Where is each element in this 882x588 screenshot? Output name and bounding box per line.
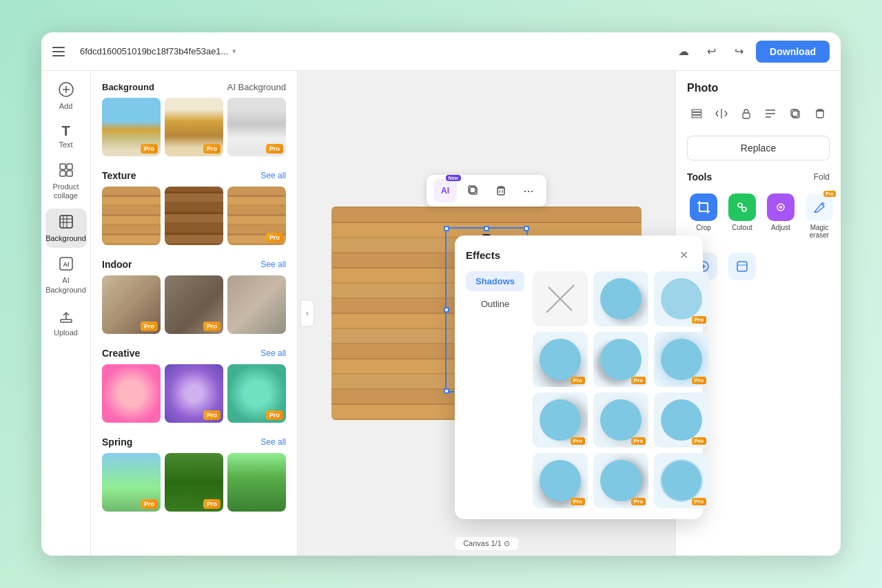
flip-button[interactable]: [712, 103, 731, 125]
replace-button[interactable]: Replace: [687, 136, 830, 160]
sidebar-item-upload[interactable]: Upload: [45, 303, 87, 342]
crop-label: Crop: [696, 224, 711, 231]
svg-rect-37: [737, 262, 747, 271]
effects-modal: Effects ✕ Shadows Outline Pro: [455, 235, 703, 519]
pro-badge: Pro: [266, 144, 283, 154]
delete-item-button[interactable]: [810, 103, 830, 125]
creative-thumb-2[interactable]: Pro: [165, 364, 223, 423]
pro-badge: Pro: [203, 499, 220, 509]
background-header: Background AI Background: [91, 79, 297, 98]
effect-shadow-4[interactable]: Pro: [593, 332, 648, 387]
outline-tab[interactable]: Outline: [466, 294, 524, 314]
effects-grid: Pro Pro Pro Pro Pro: [533, 271, 709, 508]
svg-rect-15: [61, 319, 72, 322]
new-badge: New: [446, 175, 461, 181]
texture-thumb-3[interactable]: Pro: [227, 187, 286, 245]
pro-badge: Pro: [141, 499, 158, 509]
effect-shadow-10[interactable]: Pro: [593, 453, 648, 508]
texture-thumb-2[interactable]: [165, 187, 223, 245]
tool-cutout[interactable]: Cutout: [726, 189, 759, 243]
more-options-button[interactable]: ···: [517, 180, 540, 202]
indoor-see-all[interactable]: See all: [260, 260, 286, 269]
layers-button[interactable]: [687, 103, 706, 125]
effect-none[interactable]: [533, 271, 588, 326]
title-chevron: ▾: [232, 47, 236, 56]
effects-close-button[interactable]: ✕: [675, 246, 692, 263]
creative-thumb-3[interactable]: Pro: [227, 364, 286, 423]
effect-shadow-1[interactable]: [593, 271, 648, 326]
shadows-tab[interactable]: Shadows: [466, 271, 524, 291]
download-button[interactable]: Download: [756, 41, 830, 63]
indoor-section: Indoor See all Pro Pro: [91, 256, 297, 334]
texture-header: Texture See all: [91, 167, 297, 187]
effect-shadow-5[interactable]: Pro: [654, 332, 709, 387]
spring-thumb-2[interactable]: Pro: [165, 453, 223, 512]
panel-collapse-button[interactable]: ‹: [300, 300, 314, 327]
effect-shadow-11[interactable]: Pro: [654, 453, 709, 508]
duplicate-button[interactable]: [786, 103, 805, 125]
indoor-thumb-2[interactable]: Pro: [165, 275, 223, 334]
indoor-thumb-1[interactable]: Pro: [102, 275, 161, 334]
tool-extra-2[interactable]: [726, 249, 759, 284]
sidebar-item-text[interactable]: T Text: [45, 118, 87, 154]
texture-thumb-1[interactable]: [102, 187, 161, 245]
svg-rect-21: [692, 109, 701, 112]
svg-rect-6: [67, 171, 72, 176]
effect-shadow-7[interactable]: Pro: [593, 392, 648, 448]
magic-eraser-label: Magic eraser: [806, 224, 833, 239]
ai-enhance-button[interactable]: AI New: [433, 179, 457, 202]
creative-thumb-1[interactable]: [102, 364, 161, 423]
delete-button[interactable]: [490, 180, 512, 202]
effect-shadow-2[interactable]: Pro: [654, 271, 709, 326]
svg-rect-5: [60, 171, 65, 176]
copy-button[interactable]: [462, 180, 484, 202]
undo-button[interactable]: ↩: [701, 41, 721, 62]
lock-button[interactable]: [737, 103, 756, 125]
app-header: 6fdcd160051019bc18f73b4fe53ae1... ▾ ☁ ↩ …: [41, 32, 841, 71]
effect-shadow-3[interactable]: Pro: [533, 332, 588, 387]
background-thumb-3[interactable]: Pro: [227, 98, 286, 156]
tool-magic-eraser[interactable]: Pro Magic eraser: [803, 189, 836, 243]
document-title: 6fdcd160051019bc18f73b4fe53ae1...: [80, 46, 228, 56]
svg-rect-3: [60, 164, 65, 169]
crop-icon: [690, 193, 717, 221]
indoor-thumb-3[interactable]: [227, 275, 286, 334]
spring-thumb-3[interactable]: [227, 453, 286, 512]
tool-adjust[interactable]: Adjust: [764, 189, 797, 243]
background-thumb-1[interactable]: Pro: [102, 98, 161, 156]
effect-shadow-6[interactable]: Pro: [533, 392, 588, 448]
fold-button[interactable]: Fold: [814, 172, 830, 182]
creative-see-all[interactable]: See all: [260, 348, 286, 358]
spring-thumb-1[interactable]: Pro: [102, 453, 161, 512]
spring-title: Spring: [102, 437, 132, 448]
sidebar-item-ai-background[interactable]: AI AI Background: [45, 251, 87, 300]
ai-background-tab[interactable]: AI Background: [227, 82, 286, 92]
cutout-label: Cutout: [732, 224, 752, 231]
pro-badge: Pro: [266, 233, 283, 242]
adjust-label: Adjust: [771, 224, 790, 231]
texture-see-all[interactable]: See all: [260, 171, 286, 180]
extra-tool-icon-2: [728, 253, 756, 280]
effects-modal-header: Effects ✕: [466, 246, 692, 263]
background-tab[interactable]: Background: [102, 82, 154, 92]
sidebar-item-add[interactable]: Add: [45, 76, 87, 116]
align-button[interactable]: [761, 103, 780, 125]
menu-icon[interactable]: [52, 42, 72, 61]
effect-shadow-9[interactable]: Pro: [533, 453, 588, 508]
indoor-title: Indoor: [102, 259, 132, 270]
pro-badge: Pro: [631, 498, 646, 505]
sidebar-label-ai-background: AI Background: [45, 276, 86, 294]
magic-eraser-pro-badge: Pro: [823, 191, 836, 197]
sidebar-item-product-collage[interactable]: Product collage: [45, 157, 87, 206]
background-thumb-2[interactable]: Pro: [165, 98, 223, 156]
svg-line-38: [546, 285, 574, 313]
magic-eraser-icon: Pro: [806, 193, 833, 221]
redo-button[interactable]: ↪: [728, 41, 749, 62]
spring-grid: Pro Pro: [91, 453, 297, 512]
svg-rect-4: [67, 164, 72, 169]
cloud-save-button[interactable]: ☁: [673, 41, 694, 62]
spring-see-all[interactable]: See all: [260, 437, 286, 447]
effect-shadow-8[interactable]: Pro: [654, 392, 709, 448]
sidebar-item-background[interactable]: Background: [45, 209, 87, 248]
creative-grid: Pro Pro: [91, 364, 297, 423]
